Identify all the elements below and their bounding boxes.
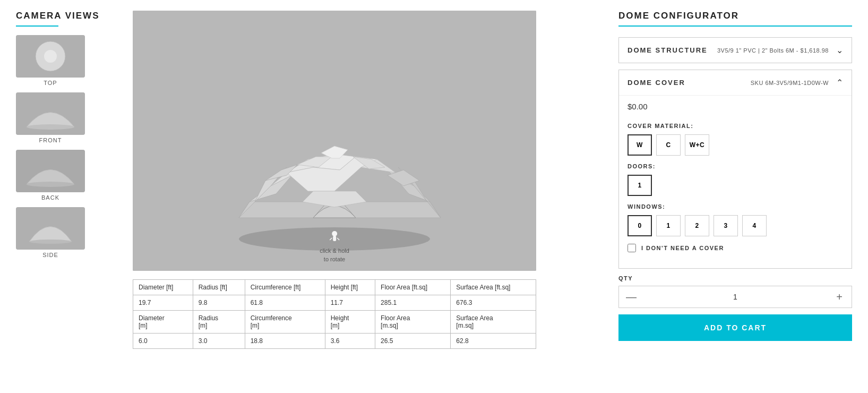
- spec-header-floor-area-m: Floor Area[m.sq]: [375, 311, 451, 334]
- window-btn-2[interactable]: 2: [685, 215, 709, 236]
- dome-cover-body: $0.00 COVER MATERIAL: W C W+C DOORS: 1 W…: [619, 95, 852, 268]
- dome-cover-sku: SKU 6M-3V5/9M1-1D0W-W: [751, 80, 829, 86]
- doors-options: 1: [628, 175, 843, 196]
- spec-val-diameter-ft: 19.7: [133, 295, 193, 311]
- cover-material-label: COVER MATERIAL:: [628, 123, 843, 129]
- viewport-rotate-hint: click & hold to rotate: [320, 228, 349, 262]
- window-btn-4[interactable]: 4: [742, 215, 767, 236]
- material-btn-wc[interactable]: W+C: [685, 134, 709, 156]
- window-btn-1[interactable]: 1: [656, 215, 681, 236]
- camera-views-divider: [16, 25, 58, 27]
- spec-val-surface-area-m: 62.8: [451, 334, 536, 349]
- configurator-title: DOME CONFIGURATOR: [618, 11, 852, 21]
- dome-structure-title: DOME STRUCTURE: [628, 46, 708, 54]
- spec-header-circumference-ft: Circumference [ft]: [245, 280, 325, 295]
- spec-val-circumference-m: 18.8: [245, 334, 325, 349]
- spec-val-circumference-ft: 61.8: [245, 295, 325, 311]
- main-view-panel: click & hold to rotate Diameter [ft] Rad…: [133, 11, 597, 382]
- doors-label: DOORS:: [628, 163, 843, 169]
- camera-label-front: FRONT: [16, 137, 85, 143]
- viewport-hint-line1: click & hold: [320, 247, 349, 254]
- spec-val-radius-ft: 9.8: [193, 295, 245, 311]
- viewport[interactable]: click & hold to rotate: [133, 11, 536, 271]
- camera-thumbnail-front[interactable]: [16, 92, 85, 135]
- qty-control: — 1 +: [618, 286, 852, 308]
- viewport-hint-line2: to rotate: [324, 256, 345, 262]
- spec-header-floor-area-ft: Floor Area [ft.sq]: [375, 280, 451, 295]
- qty-label: QTY: [618, 275, 852, 281]
- spec-val-surface-area-ft: 676.3: [451, 295, 536, 311]
- no-cover-row: I DON'T NEED A COVER: [628, 244, 843, 252]
- material-btn-c[interactable]: C: [656, 134, 681, 156]
- dome-cover-header[interactable]: DOME COVER SKU 6M-3V5/9M1-1D0W-W ⌃: [619, 70, 852, 95]
- qty-value: 1: [643, 293, 827, 301]
- spec-header-radius-ft: Radius [ft]: [193, 280, 245, 295]
- dome-structure-arrow-icon: ⌄: [836, 45, 843, 55]
- camera-thumbnail-top[interactable]: [16, 35, 85, 78]
- svg-point-4: [27, 124, 74, 130]
- svg-point-32: [332, 231, 337, 236]
- window-btn-3[interactable]: 3: [714, 215, 738, 236]
- svg-point-6: [27, 182, 74, 187]
- svg-point-8: [29, 240, 72, 244]
- door-btn-1[interactable]: 1: [628, 175, 652, 196]
- svg-line-34: [330, 238, 332, 240]
- dome-cover-section: DOME COVER SKU 6M-3V5/9M1-1D0W-W ⌃ $0.00…: [618, 70, 852, 269]
- qty-plus-button[interactable]: +: [827, 286, 852, 307]
- svg-line-35: [337, 238, 339, 240]
- qty-section: QTY — 1 + ADD TO CART: [618, 275, 852, 341]
- spec-header-height-ft: Height [ft]: [325, 280, 375, 295]
- specs-table: Diameter [ft] Radius [ft] Circumference …: [133, 279, 536, 349]
- dome-cover-title: DOME COVER: [628, 79, 685, 87]
- add-to-cart-button[interactable]: ADD TO CART: [618, 314, 852, 341]
- spec-val-radius-m: 3.0: [193, 334, 245, 349]
- rotate-cursor-icon: [326, 228, 343, 245]
- camera-label-side: SIDE: [16, 252, 85, 258]
- window-btn-0[interactable]: 0: [628, 215, 652, 236]
- windows-options: 0 1 2 3 4: [628, 215, 843, 236]
- spec-header-surface-area-m: Surface Area[m.sq]: [451, 311, 536, 334]
- spec-val-height-m: 3.6: [325, 334, 375, 349]
- windows-label: WINDOWS:: [628, 203, 843, 210]
- svg-rect-33: [333, 236, 336, 241]
- dome-cover-price: $0.00: [628, 96, 843, 115]
- dome-structure-section: DOME STRUCTURE 3V5/9 1" PVC | 2" Bolts 6…: [618, 37, 852, 63]
- camera-label-top: TOP: [16, 80, 85, 86]
- no-cover-label[interactable]: I DON'T NEED A COVER: [641, 245, 724, 251]
- qty-minus-button[interactable]: —: [619, 286, 643, 307]
- dome-cover-arrow-icon: ⌃: [836, 78, 843, 88]
- camera-views-panel: CAMERA VIEWS TOP FRONT: [16, 11, 122, 382]
- dome-structure-header[interactable]: DOME STRUCTURE 3V5/9 1" PVC | 2" Bolts 6…: [619, 38, 852, 63]
- spec-val-floor-area-ft: 285.1: [375, 295, 451, 311]
- no-cover-checkbox[interactable]: [628, 244, 636, 252]
- svg-point-2: [44, 50, 57, 63]
- spec-header-diameter-ft: Diameter [ft]: [133, 280, 193, 295]
- spec-val-floor-area-m: 26.5: [375, 334, 451, 349]
- spec-header-diameter-m: Diameter[m]: [133, 311, 193, 334]
- spec-header-height-m: Height[m]: [325, 311, 375, 334]
- configurator-divider: [618, 25, 852, 27]
- spec-val-height-ft: 11.7: [325, 295, 375, 311]
- material-btn-w[interactable]: W: [628, 134, 652, 156]
- spec-header-surface-area-ft: Surface Area [ft.sq]: [451, 280, 536, 295]
- camera-label-back: BACK: [16, 194, 85, 201]
- cover-material-options: W C W+C: [628, 134, 843, 156]
- camera-thumbnail-side[interactable]: [16, 207, 85, 250]
- camera-thumbnail-back[interactable]: [16, 150, 85, 192]
- dome-structure-value: 3V5/9 1" PVC | 2" Bolts 6M - $1,618.98: [717, 47, 829, 54]
- main-container: CAMERA VIEWS TOP FRONT: [0, 0, 868, 393]
- configurator-panel: DOME CONFIGURATOR DOME STRUCTURE 3V5/9 1…: [608, 11, 852, 382]
- spec-header-radius-m: Radius[m]: [193, 311, 245, 334]
- spec-val-diameter-m: 6.0: [133, 334, 193, 349]
- camera-views-title: CAMERA VIEWS: [16, 11, 122, 21]
- spec-header-circumference-m: Circumference[m]: [245, 311, 325, 334]
